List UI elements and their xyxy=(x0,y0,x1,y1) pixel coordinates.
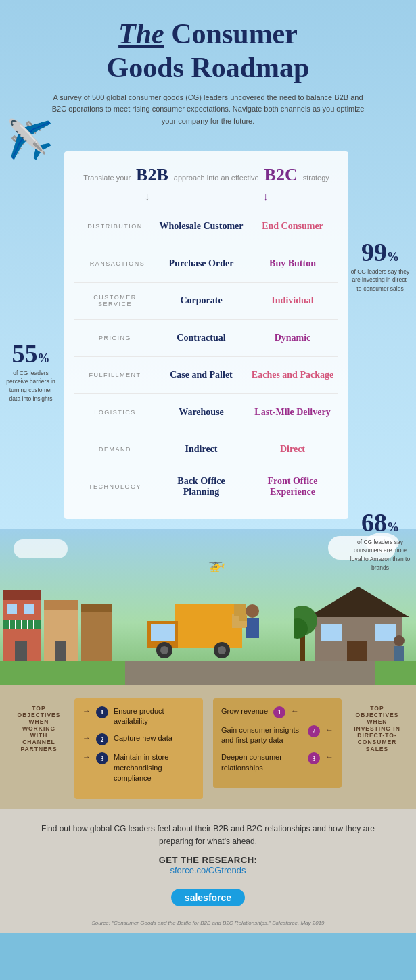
row-distribution: DISTRIBUTION Wholesale Customer End Cons… xyxy=(74,208,338,245)
svg-point-34 xyxy=(394,635,405,646)
svg-point-22 xyxy=(218,646,226,654)
row-fulfillment: FULFILLMENT Case and Pallet Eaches and P… xyxy=(74,357,338,394)
drone-icon: 🚁 xyxy=(208,556,225,572)
stat-99-container: 99% of CG leaders say they are investing… xyxy=(350,239,411,293)
svg-rect-10 xyxy=(24,604,34,614)
house-area xyxy=(294,580,416,668)
objectives-section: TOP OBJECTIVES WHEN WORKING WITH CHANNEL… xyxy=(0,685,416,809)
svg-rect-13 xyxy=(55,641,66,661)
svg-rect-1 xyxy=(3,590,41,600)
b2b-label: B2B xyxy=(136,165,168,185)
title-section: The ConsumerGoods Roadmap A survey of 50… xyxy=(0,0,416,138)
direct-obj-1-text: Grow revenue xyxy=(221,706,268,716)
b2b-pricing: Contractual xyxy=(156,333,247,343)
direct-obj-2-text: Gain consumer insights and first-party d… xyxy=(221,725,302,746)
b2c-technology: Front Office Experience xyxy=(247,476,338,497)
stat-55-percent: % xyxy=(38,351,50,365)
shops-svg xyxy=(0,577,135,664)
svg-rect-35 xyxy=(394,646,404,661)
channel-obj-3-num: 3 xyxy=(96,752,108,764)
channel-obj-3: → 3 Maintain in-store merchandising comp… xyxy=(83,752,195,783)
b2c-logistics: Last-Mile Delivery xyxy=(247,407,338,418)
label-transactions: TRANSACTIONS xyxy=(74,260,156,267)
svg-point-25 xyxy=(246,604,259,618)
svg-rect-33 xyxy=(375,624,396,641)
objectives-boxes: TOP OBJECTIVES WHEN WORKING WITH CHANNEL… xyxy=(14,698,402,799)
label-customer-service: CUSTOMER SERVICE xyxy=(74,294,156,308)
direct-objectives-card: Grow revenue 1 ← Gain consumer insights … xyxy=(213,698,342,789)
footer-cta-text: Find out how global CG leaders feel abou… xyxy=(27,823,389,848)
arrow-3: → xyxy=(83,752,91,762)
panel-container: 55% of CG leaders perceive barriers in t… xyxy=(0,151,416,519)
label-distribution: DISTRIBUTION xyxy=(74,223,156,230)
salesforce-badge: salesforce xyxy=(171,889,245,906)
delivery-svg xyxy=(134,577,283,665)
direct-obj-1: Grow revenue 1 ← xyxy=(221,706,333,718)
channel-obj-3-text: Maintain in-store merchandising complian… xyxy=(114,752,195,783)
stat-99-percent: % xyxy=(387,250,399,264)
stat-99-desc: of CG leaders say they are investing in … xyxy=(350,268,411,293)
subtitle: A survey of 500 global consumer goods (C… xyxy=(27,92,389,128)
arrow-2: → xyxy=(83,733,91,743)
label-demand: DEMAND xyxy=(74,446,156,453)
stat-99-number: 99 xyxy=(361,238,387,266)
b2b-customer-service: Corporate xyxy=(156,295,247,306)
title-the: The xyxy=(118,18,164,49)
svg-rect-36 xyxy=(300,634,305,664)
arrow-r3: ← xyxy=(325,752,333,762)
footer-cta: Find out how global CG leaders feel abou… xyxy=(0,809,416,916)
channel-prefix: Translate your xyxy=(83,174,131,182)
channel-partners-label: TOP OBJECTIVES WHEN WORKING WITH CHANNEL… xyxy=(14,705,64,752)
stat-68-percent: % xyxy=(387,520,399,534)
direct-obj-3: Deepen consumer relationships 3 ← xyxy=(221,752,333,773)
b2c-distribution: End Consumer xyxy=(247,221,338,232)
label-technology: TECHNOLOGY xyxy=(74,483,156,490)
stat-55-container: 55% of CG leaders perceive barriers in t… xyxy=(5,341,56,403)
svg-rect-28 xyxy=(239,616,247,621)
svg-point-20 xyxy=(160,646,168,654)
row-technology: TECHNOLOGY Back Office Planning Front Of… xyxy=(74,468,338,506)
svg-rect-24 xyxy=(234,604,246,616)
footer-cta-link[interactable]: sforce.co/CGtrends xyxy=(27,865,389,875)
row-logistics: LOGISTICS Warehouse Last-Mile Delivery xyxy=(74,394,338,431)
channel-middle: approach into an effective xyxy=(174,174,259,182)
stat-68-container: 68% of CG leaders say consumers are more… xyxy=(350,510,411,572)
house-svg xyxy=(294,580,416,668)
channel-obj-2: → 2 Capture new data xyxy=(83,733,195,745)
label-fulfillment: FULFILLMENT xyxy=(74,372,156,378)
direct-obj-1-num: 1 xyxy=(273,706,285,718)
row-pricing: PRICING Contractual Dynamic xyxy=(74,320,338,357)
channel-obj-1: → 1 Ensure product availability xyxy=(83,706,195,727)
label-pricing: PRICING xyxy=(74,335,156,341)
b2b-transactions: Purchase Order xyxy=(156,258,247,269)
stat-68-desc: of CG leaders say consumers are more loy… xyxy=(350,538,411,572)
channel-obj-2-num: 2 xyxy=(96,733,108,745)
footer-cta-heading: GET THE RESEARCH: xyxy=(27,855,389,865)
sky-section: The ConsumerGoods Roadmap A survey of 50… xyxy=(0,0,416,685)
salesforce-badge-container: salesforce xyxy=(27,883,389,906)
svg-rect-18 xyxy=(151,624,175,641)
direct-obj-2-num: 2 xyxy=(308,725,320,737)
b2b-technology: Back Office Planning xyxy=(156,476,247,497)
channel-objectives-card: → 1 Ensure product availability → 2 Capt… xyxy=(74,698,203,799)
b2c-label: B2C xyxy=(264,165,298,185)
b2c-demand: Direct xyxy=(247,444,338,455)
svg-rect-27 xyxy=(239,621,247,627)
main-title: The ConsumerGoods Roadmap xyxy=(27,17,389,85)
cloud-left xyxy=(14,539,68,558)
b2b-demand: Indirect xyxy=(156,444,247,455)
direct-consumer-label: TOP OBJECTIVES WHEN INVESTING IN DIRECT-… xyxy=(352,705,402,752)
label-logistics: LOGISTICS xyxy=(74,409,156,416)
row-customer-service: CUSTOMER SERVICE Corporate Individual xyxy=(74,283,338,320)
main-panel: Translate your B2B approach into an effe… xyxy=(64,151,348,519)
svg-rect-15 xyxy=(81,604,112,612)
road xyxy=(125,661,375,685)
channel-suffix: strategy xyxy=(303,174,329,182)
channel-obj-2-text: Capture new data xyxy=(114,733,172,743)
b2b-distribution: Wholesale Customer xyxy=(156,221,247,232)
b2c-customer-service: Individual xyxy=(247,295,338,306)
b2c-fulfillment: Eaches and Package xyxy=(247,370,338,381)
b2c-arrow: ↓ xyxy=(263,191,269,203)
arrow-1: → xyxy=(83,706,91,716)
b2b-logistics: Warehouse xyxy=(156,407,247,418)
